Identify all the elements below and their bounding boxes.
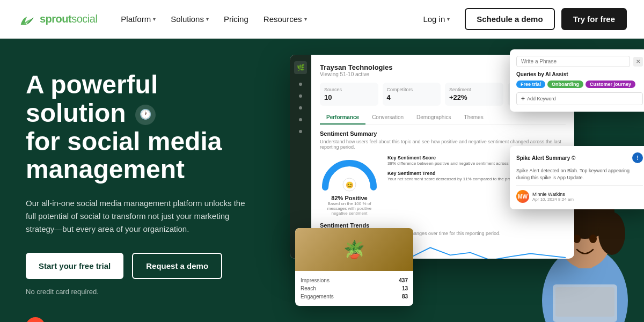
logo-text: sproutsocial	[40, 13, 97, 25]
svg-point-8	[573, 235, 581, 243]
nav-pricing[interactable]: Pricing	[217, 10, 255, 28]
spike-header: Spike Alert Summary © !	[516, 152, 643, 163]
nav-solutions[interactable]: Solutions ▾	[164, 10, 215, 28]
svg-point-7	[598, 212, 625, 255]
tab-conversation[interactable]: Conversation	[365, 111, 410, 125]
chevron-down-icon: ▾	[447, 16, 450, 22]
gauge-label: 82% Positive	[320, 195, 379, 201]
start-trial-button[interactable]: Start your free trial	[26, 253, 123, 279]
logo-icon	[17, 10, 35, 28]
try-free-button[interactable]: Try for free	[561, 8, 627, 30]
spike-user: MW Minnie Watkins Apr 10, 2024 8:24 am	[516, 190, 643, 203]
plus-icon: +	[521, 95, 525, 103]
stat-impressions: Impressions 437	[301, 276, 408, 284]
schedule-demo-button[interactable]: Schedule a demo	[465, 8, 554, 30]
svg-text:😊: 😊	[346, 181, 354, 189]
ai-title: Queries by AI Assist	[516, 71, 643, 77]
spike-title: Spike Alert Summary ©	[516, 155, 575, 161]
g2-icon: G	[26, 317, 45, 322]
company-name: Traysan Technologies	[320, 63, 393, 71]
spike-user-name: Minnie Watkins	[532, 192, 574, 197]
clock-icon: 🕐	[135, 105, 156, 125]
ai-input-row: ✕	[516, 56, 643, 67]
ai-tags: Free trial Onboarding Customer journey	[516, 80, 643, 88]
sidebar-dot	[299, 94, 302, 98]
ai-assist-card: ✕ Queries by AI Assist Free trial Onboar…	[510, 49, 644, 112]
tab-demographics[interactable]: Demographics	[410, 111, 457, 125]
metric-sentiment: Sentiment +22%	[445, 83, 503, 106]
request-demo-button[interactable]: Request a demo	[132, 253, 222, 279]
chevron-down-icon: ▾	[206, 16, 209, 22]
sentiment-gauge: 😊 82% Positive Based on the 100 % of mes…	[320, 155, 379, 216]
spike-alert-card: Spike Alert Summary © ! Spike Alert dete…	[510, 146, 644, 209]
sidebar-dot	[299, 106, 302, 109]
spike-badge: !	[632, 152, 643, 163]
divider	[516, 185, 643, 186]
nav-platform[interactable]: Platform ▾	[114, 10, 162, 28]
g2-badge: G #1 Best Overall Software | 2024	[26, 317, 253, 322]
spike-text: Spike Alert detected on Blah. Top keywor…	[516, 167, 643, 181]
login-button[interactable]: Log in ▾	[414, 10, 458, 28]
hero-left: A powerful solution 🕐 for social media m…	[0, 39, 279, 322]
g2-section: G #1 Best Overall Software | 2024 Top 50…	[26, 317, 253, 322]
navbar: sproutsocial Platform ▾ Solutions ▾ Pric…	[0, 0, 644, 39]
sidebar-dot	[299, 83, 302, 86]
spike-user-avatar: MW	[516, 190, 529, 203]
nav-right: Log in ▾ Schedule a demo Try for free	[414, 8, 627, 30]
gauge-sublabel: Based on the 100 % of messages with posi…	[320, 201, 379, 216]
social-stats: Impressions 437 Reach 13 Engagements 83	[295, 271, 413, 306]
hero-title: A powerful solution 🕐 for social media m…	[26, 71, 253, 184]
company-sub: Viewing 51-10 active	[320, 71, 393, 77]
sidebar-home-icon: 🌿	[294, 61, 307, 74]
add-keyword-button[interactable]: + Add Keyword	[516, 92, 643, 105]
metric-competitors: Competitors 4	[383, 83, 441, 106]
nav-links: Platform ▾ Solutions ▾ Pricing Resources…	[114, 10, 313, 28]
social-stats-card: 🪴 Impressions 437 Reach 13 Engagements 8…	[295, 228, 413, 306]
svg-rect-11	[555, 287, 614, 317]
section-title: Sentiment Summary	[320, 130, 566, 137]
tab-performance[interactable]: Performance	[320, 111, 365, 125]
chevron-down-icon: ▾	[153, 16, 156, 22]
nav-resources[interactable]: Resources ▾	[257, 10, 313, 28]
dashboard-tabs: Performance Conversation Demographics Th…	[320, 111, 566, 125]
sidebar-dot	[299, 118, 302, 121]
gauge-svg: 😊	[320, 155, 379, 193]
hero-buttons: Start your free trial Request a demo	[26, 253, 253, 279]
chevron-down-icon: ▾	[304, 16, 307, 22]
tab-themes[interactable]: Themes	[458, 111, 490, 125]
phrase-input[interactable]	[516, 56, 630, 67]
stat-reach: Reach 13	[301, 284, 408, 292]
social-image: 🪴	[295, 228, 413, 271]
tag-onboarding[interactable]: Onboarding	[547, 80, 583, 88]
metric-sources: Sources 10	[320, 83, 378, 106]
logo[interactable]: sproutsocial	[17, 10, 97, 28]
clear-button[interactable]: ✕	[633, 57, 643, 67]
hero-description: Our all-in-one social media management p…	[26, 197, 251, 236]
hero-right: 🌿 Traysan Technologies Viewing 51-10 act…	[279, 39, 644, 322]
tag-free-trial[interactable]: Free trial	[516, 80, 545, 88]
nav-left: sproutsocial Platform ▾ Solutions ▾ Pric…	[17, 10, 313, 28]
hero-section: A powerful solution 🕐 for social media m…	[0, 39, 644, 322]
sidebar-dot	[299, 130, 302, 133]
spike-timestamp: Apr 10, 2024 8:24 am	[532, 197, 574, 202]
svg-point-9	[589, 235, 597, 243]
no-credit-card-text: No credit card required.	[26, 288, 253, 296]
stat-engagements: Engagements 83	[301, 292, 408, 301]
tag-customer-journey[interactable]: Customer journey	[586, 80, 635, 88]
